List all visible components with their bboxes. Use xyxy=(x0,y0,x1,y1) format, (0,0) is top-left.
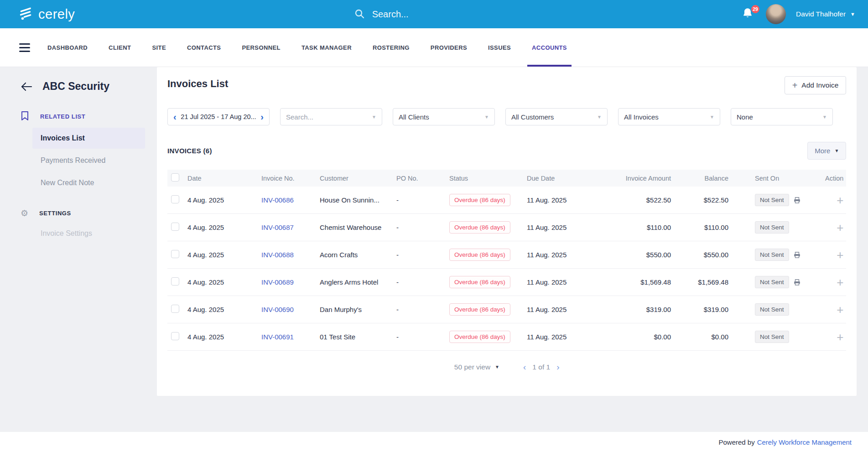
prev-period-chevron-icon[interactable]: ‹ xyxy=(173,112,177,121)
status-badge: Overdue (86 days) xyxy=(449,303,510,316)
row-action-plus-icon[interactable]: + xyxy=(837,193,843,207)
row-action-plus-icon[interactable]: + xyxy=(837,275,843,289)
chevron-down-icon: ▼ xyxy=(710,114,714,119)
status-badge: Overdue (86 days) xyxy=(449,276,510,288)
invoice-number-link[interactable]: INV-00691 xyxy=(261,333,294,341)
header-balance: Balance xyxy=(671,175,728,182)
tab-dashboard[interactable]: DASHBOARD xyxy=(43,28,92,67)
page-status: 1 of 1 xyxy=(532,363,550,371)
status-badge: Overdue (86 days) xyxy=(449,194,510,206)
status-badge: Overdue (86 days) xyxy=(449,331,510,343)
tab-issues[interactable]: ISSUES xyxy=(483,28,515,67)
invoices-filter-select[interactable]: All Invoices ▼ xyxy=(618,108,720,125)
cell-po-no: - xyxy=(396,278,449,286)
chevron-down-icon: ▼ xyxy=(834,148,839,153)
cell-date: 4 Aug. 2025 xyxy=(187,333,261,341)
row-checkbox[interactable] xyxy=(171,195,179,203)
header-po-no: PO No. xyxy=(396,175,449,182)
top-bar: cerely Search... 29 David Thalhofer ▼ xyxy=(0,0,868,28)
row-checkbox[interactable] xyxy=(171,250,179,258)
invoice-number-link[interactable]: INV-00689 xyxy=(261,278,294,286)
settings-section-label: SETTINGS xyxy=(39,210,71,217)
header-customer: Customer xyxy=(320,175,396,182)
header-date: Date xyxy=(187,175,261,182)
page-title: Invoices List xyxy=(167,78,228,90)
printer-icon[interactable] xyxy=(793,279,801,286)
next-period-chevron-icon[interactable]: › xyxy=(260,112,264,121)
chevron-down-icon: ▼ xyxy=(597,114,602,119)
clients-filter-select[interactable]: All Clients ▼ xyxy=(393,108,495,125)
cell-customer: Dan Murphy's xyxy=(320,306,396,313)
row-action-plus-icon[interactable]: + xyxy=(837,221,843,234)
header-action: Action xyxy=(825,175,846,182)
invoice-number-link[interactable]: INV-00690 xyxy=(261,306,294,313)
powered-by-text: Powered by xyxy=(718,438,754,446)
header-invoice-amount: Invoice Amount xyxy=(599,175,671,182)
printer-icon[interactable] xyxy=(793,197,801,204)
user-avatar[interactable] xyxy=(766,4,786,24)
row-action-plus-icon[interactable]: + xyxy=(837,248,843,262)
invoice-number-link[interactable]: INV-00688 xyxy=(261,251,294,259)
notifications-button[interactable]: 29 xyxy=(742,7,756,21)
cell-balance: $1,569.48 xyxy=(671,278,728,286)
cell-date: 4 Aug. 2025 xyxy=(187,223,261,231)
user-menu[interactable]: David Thalhofer ▼ xyxy=(796,10,855,18)
global-search[interactable]: Search... xyxy=(20,8,742,21)
tab-contacts[interactable]: CONTACTS xyxy=(182,28,225,67)
tab-site[interactable]: SITE xyxy=(147,28,171,67)
cell-balance: $522.50 xyxy=(671,196,728,204)
row-checkbox[interactable] xyxy=(171,277,179,286)
cell-balance: $319.00 xyxy=(671,306,728,313)
invoice-number-link[interactable]: INV-00686 xyxy=(261,196,294,204)
add-invoice-button[interactable]: + Add Invoice xyxy=(785,76,847,94)
tab-providers[interactable]: PROVIDERS xyxy=(426,28,472,67)
row-action-plus-icon[interactable]: + xyxy=(837,330,843,344)
tab-task-manager[interactable]: TASK MANAGER xyxy=(297,28,356,67)
row-checkbox[interactable] xyxy=(171,305,179,313)
cell-customer: Acorn Crafts xyxy=(320,251,396,259)
cell-invoice-amount: $110.00 xyxy=(599,223,671,231)
date-range-picker[interactable]: ‹ 21 Jul 2025 - 17 Aug 20... › xyxy=(167,108,270,125)
row-action-plus-icon[interactable]: + xyxy=(837,303,843,317)
client-title: ABC Security xyxy=(42,80,109,93)
per-view-select[interactable]: 50 per view ▼ xyxy=(454,363,499,371)
sidebar-item-new-credit-note[interactable]: New Credit Note xyxy=(21,172,145,193)
select-all-checkbox[interactable] xyxy=(171,173,179,182)
menu-hamburger-icon[interactable] xyxy=(19,28,30,67)
cell-invoice-amount: $319.00 xyxy=(599,306,671,313)
printer-icon[interactable] xyxy=(793,251,801,259)
sidebar-item-invoice-settings[interactable]: Invoice Settings xyxy=(21,223,145,244)
sent-status-badge: Not Sent xyxy=(755,194,789,206)
tab-client[interactable]: CLIENT xyxy=(104,28,135,67)
cerely-footer-link[interactable]: Cerely Workforce Management xyxy=(757,438,852,446)
status-badge: Overdue (86 days) xyxy=(449,249,510,261)
plus-icon: + xyxy=(792,81,798,90)
invoices-count-title: INVOICES (6) xyxy=(167,147,212,155)
search-filter-select[interactable]: Search... ▼ xyxy=(280,108,382,125)
chevron-down-icon: ▼ xyxy=(372,114,376,119)
customers-filter-select[interactable]: All Customers ▼ xyxy=(505,108,608,125)
tab-rostering[interactable]: ROSTERING xyxy=(368,28,414,67)
group-by-filter-select[interactable]: None ▼ xyxy=(731,108,833,125)
sent-status-badge: Not Sent xyxy=(755,249,789,261)
sidebar: ABC Security RELATED LIST Invoices List … xyxy=(0,67,157,245)
invoice-number-link[interactable]: INV-00687 xyxy=(261,223,294,231)
cell-customer: Chemist Warehouse xyxy=(320,223,396,231)
tab-personnel[interactable]: PERSONNEL xyxy=(237,28,285,67)
cell-invoice-amount: $522.50 xyxy=(599,196,671,204)
prev-page-chevron-icon[interactable]: ‹ xyxy=(523,363,526,371)
more-button[interactable]: More ▼ xyxy=(807,142,846,160)
sidebar-item-payments-received[interactable]: Payments Received xyxy=(21,150,145,171)
back-arrow-icon[interactable] xyxy=(21,82,32,92)
table-row: 4 Aug. 2025 INV-00686 House On Sunnin...… xyxy=(167,187,846,214)
date-range-value: 21 Jul 2025 - 17 Aug 20... xyxy=(181,113,256,120)
row-checkbox[interactable] xyxy=(171,332,179,340)
cell-date: 4 Aug. 2025 xyxy=(187,251,261,259)
cell-invoice-amount: $0.00 xyxy=(599,333,671,341)
table-row: 4 Aug. 2025 INV-00690 Dan Murphy's - Ove… xyxy=(167,296,846,323)
tab-accounts[interactable]: ACCOUNTS xyxy=(527,28,572,67)
sidebar-item-invoices-list[interactable]: Invoices List xyxy=(32,128,145,149)
next-page-chevron-icon[interactable]: › xyxy=(556,363,559,371)
cell-po-no: - xyxy=(396,306,449,313)
row-checkbox[interactable] xyxy=(171,223,179,231)
